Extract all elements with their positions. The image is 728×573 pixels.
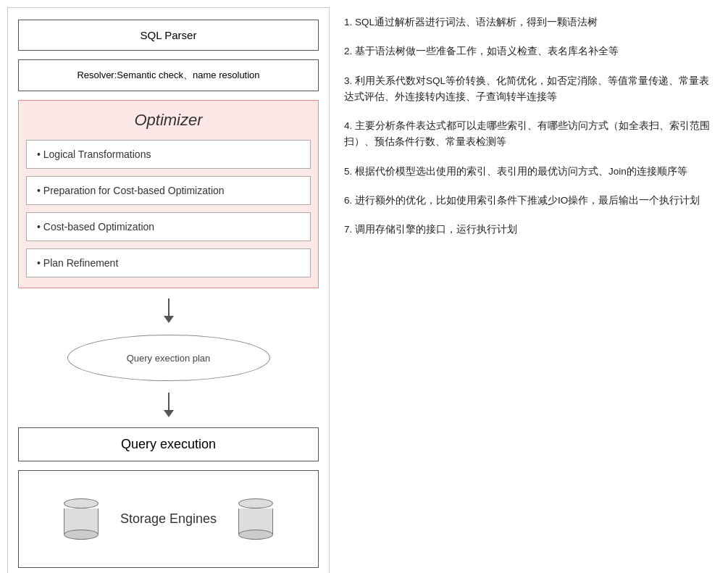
arrow-optimizer-to-plan [18, 298, 319, 323]
optimizer-item-4: • Plan Refinement [26, 248, 311, 277]
query-execution-box: Query execution [18, 427, 319, 461]
arrow-head-2 [164, 410, 174, 417]
db-top-left [64, 498, 99, 509]
arrow-line-2 [168, 393, 170, 410]
note-7: 7. 调用存储引擎的接口，运行执行计划 [344, 222, 714, 238]
left-panel: SQL Parser Resolver:Semantic check、name … [7, 7, 330, 573]
arrow-line [168, 298, 170, 316]
sql-parser-label: SQL Parser [141, 29, 197, 41]
db-bottom-left [64, 530, 99, 540]
note-2: 2. 基于语法树做一些准备工作，如语义检查、表名库名补全等 [344, 43, 714, 59]
optimizer-item-1: • Logical Transformations [26, 140, 311, 169]
query-execution-label: Query execution [121, 437, 216, 451]
query-plan-container: Query exection plan [18, 335, 319, 381]
note-5: 5. 根据代价模型选出使用的索引、表引用的最优访问方式、Join的连接顺序等 [344, 164, 714, 180]
db-icon-left [64, 498, 99, 540]
note-3: 3. 利用关系代数对SQL等价转换、化简优化，如否定消除、等值常量传递、常量表达… [344, 73, 714, 106]
arrow-plan-to-execution [18, 393, 319, 417]
optimizer-title: Optimizer [26, 111, 311, 130]
db-top-right [238, 498, 273, 509]
resolver-label: Resolver:Semantic check、name resolution [77, 70, 259, 80]
db-bottom-right [238, 530, 273, 540]
storage-engines-label: Storage Engines [120, 511, 217, 527]
query-plan-label: Query exection plan [127, 353, 211, 364]
optimizer-item-2: • Preparation for Cost-based Optimizatio… [26, 176, 311, 205]
optimizer-item-3: • Cost-based Optimization [26, 212, 311, 241]
db-icon-right [238, 498, 273, 540]
optimizer-box: Optimizer • Logical Transformations • Pr… [18, 100, 319, 288]
note-6: 6. 进行额外的优化，比如使用索引条件下推减少IO操作，最后输出一个执行计划 [344, 193, 714, 209]
note-4: 4. 主要分析条件表达式都可以走哪些索引、有哪些访问方式（如全表扫、索引范围扫）… [344, 118, 714, 151]
note-1: 1. SQL通过解析器进行词法、语法解析，得到一颗语法树 [344, 14, 714, 30]
sql-parser-box: SQL Parser [18, 20, 319, 51]
storage-engines-box: Storage Engines [18, 470, 319, 568]
resolver-box: Resolver:Semantic check、name resolution [18, 59, 319, 91]
query-plan-ellipse: Query exection plan [67, 335, 270, 381]
arrow-head [164, 316, 174, 323]
right-panel: 1. SQL通过解析器进行词法、语法解析，得到一颗语法树 2. 基于语法树做一些… [330, 0, 728, 573]
